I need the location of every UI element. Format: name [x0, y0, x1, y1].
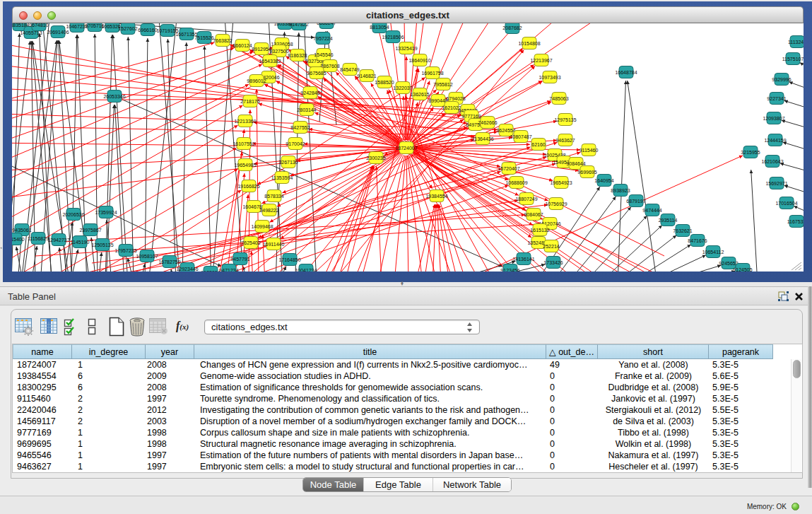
svg-text:17164850: 17164850	[278, 257, 300, 262]
svg-text:8660124: 8660124	[233, 43, 252, 48]
svg-text:7663822: 7663822	[213, 38, 232, 43]
svg-text:3675685: 3675685	[307, 71, 326, 76]
svg-text:2803144: 2803144	[297, 107, 316, 112]
svg-text:12213369: 12213369	[234, 119, 256, 124]
svg-text:19166825: 19166825	[237, 184, 259, 189]
svg-text:26053346: 26053346	[103, 94, 125, 99]
svg-text:14099468: 14099468	[251, 224, 273, 229]
svg-text:10154808: 10154808	[518, 41, 540, 46]
svg-text:9699695: 9699695	[577, 170, 596, 175]
svg-text:1362615: 1362615	[410, 92, 429, 97]
svg-text:8912954: 8912954	[252, 47, 271, 52]
svg-text:19218506: 19218506	[382, 35, 404, 40]
svg-text:10688609: 10688609	[505, 180, 527, 185]
svg-text:2718176: 2718176	[240, 99, 259, 104]
svg-text:1145190: 1145190	[71, 240, 90, 245]
svg-text:9327500: 9327500	[269, 49, 288, 54]
svg-text:7485063: 7485063	[549, 96, 568, 101]
svg-text:9457791: 9457791	[230, 257, 249, 262]
svg-text:8427552: 8427552	[290, 125, 310, 130]
svg-text:9329996: 9329996	[772, 77, 791, 82]
svg-text:21364436: 21364436	[471, 136, 493, 141]
svg-text:9124505: 9124505	[733, 267, 752, 272]
svg-text:16782759: 16782759	[158, 259, 180, 264]
svg-text:2087682: 2087682	[502, 25, 522, 30]
svg-text:8471676: 8471676	[688, 238, 707, 243]
svg-text:9147822: 9147822	[289, 23, 308, 27]
svg-text:12213967: 12213967	[530, 58, 552, 63]
svg-text:15720407: 15720407	[498, 166, 519, 171]
svg-text:11156829: 11156829	[28, 236, 49, 241]
svg-text:3915400: 3915400	[12, 237, 25, 242]
svg-text:9146821: 9146821	[357, 74, 376, 78]
svg-text:7462666: 7462666	[478, 120, 497, 125]
svg-text:8686247: 8686247	[317, 23, 336, 25]
svg-text:12923446: 12923446	[176, 267, 198, 271]
svg-text:19384554: 19384554	[425, 194, 447, 199]
svg-text:12505135: 12505135	[91, 243, 113, 247]
svg-text:9084644: 9084644	[566, 161, 585, 166]
svg-text:18724007: 18724007	[395, 146, 417, 151]
svg-text:9242848: 9242848	[300, 90, 319, 95]
svg-text:9471234: 9471234	[219, 268, 238, 272]
svg-text:9463627: 9463627	[555, 138, 575, 143]
svg-text:16648784: 16648784	[615, 70, 637, 75]
svg-text:16911440: 16911440	[263, 242, 285, 247]
svg-text:17957235: 17957235	[114, 248, 136, 253]
svg-text:23975867: 23975867	[79, 228, 101, 233]
svg-text:18640910: 18640910	[408, 58, 430, 63]
svg-text:10654112: 10654112	[702, 250, 724, 255]
svg-text:6794028: 6794028	[446, 96, 465, 101]
svg-text:8990448: 8990448	[428, 98, 447, 103]
svg-text:10807487: 10807487	[510, 134, 531, 139]
svg-text:9170042: 9170042	[286, 141, 305, 146]
svg-text:15692971: 15692971	[765, 181, 787, 186]
svg-text:8578334: 8578334	[264, 194, 283, 199]
svg-text:10958107: 10958107	[136, 254, 158, 259]
svg-text:9474444: 9474444	[642, 208, 661, 213]
svg-text:19654985: 19654985	[234, 163, 256, 168]
svg-text:10756929: 10756929	[545, 201, 567, 206]
svg-text:6879197: 6879197	[626, 199, 645, 204]
svg-text:6966160: 6966160	[138, 28, 157, 33]
svg-text:62160: 62160	[531, 142, 546, 147]
svg-text:7955812: 7955812	[433, 82, 452, 87]
svg-text:11575107: 11575107	[782, 57, 804, 62]
svg-text:8938923: 8938923	[611, 188, 630, 193]
svg-text:10973493: 10973493	[539, 75, 560, 80]
svg-text:20691406: 20691406	[47, 30, 69, 35]
svg-text:12444159: 12444159	[764, 138, 786, 143]
svg-text:3215955: 3215955	[741, 150, 760, 155]
svg-text:17359924: 17359924	[95, 210, 117, 215]
svg-text:19654923: 19654923	[550, 180, 572, 185]
svg-text:9896012: 9896012	[247, 78, 266, 83]
svg-text:2867608: 2867608	[320, 64, 339, 69]
svg-text:11353594: 11353594	[271, 175, 293, 180]
svg-text:1527602: 1527602	[118, 26, 137, 31]
svg-text:1588520: 1588520	[375, 80, 394, 85]
svg-text:9115460: 9115460	[579, 148, 599, 153]
svg-text:12942737: 12942737	[47, 238, 69, 243]
svg-text:9227341: 9227341	[767, 96, 786, 101]
svg-text:7632621: 7632621	[673, 228, 692, 233]
svg-text:16543382: 16543382	[259, 59, 281, 64]
svg-text:8454749: 8454749	[340, 67, 359, 72]
svg-text:18807249: 18807249	[515, 197, 537, 201]
svg-text:14136141: 14136141	[512, 257, 534, 262]
svg-text:7515526: 7515526	[194, 35, 213, 40]
svg-text:2300235: 2300235	[366, 156, 385, 160]
svg-text:8186328: 8186328	[288, 53, 307, 58]
svg-text:9674810: 9674810	[29, 23, 48, 28]
svg-text:1545546: 1545546	[314, 52, 333, 57]
svg-text:9123004: 9123004	[201, 270, 220, 272]
svg-text:9245652: 9245652	[719, 261, 738, 266]
svg-text:3498222: 3498222	[259, 208, 278, 213]
svg-text:1615132: 1615132	[530, 228, 549, 233]
svg-text:1640954: 1640954	[594, 178, 613, 183]
svg-text:1322037: 1322037	[393, 86, 412, 90]
svg-text:12093807: 12093807	[763, 116, 784, 121]
svg-text:8813054: 8813054	[370, 25, 389, 30]
svg-text:3267130: 3267130	[278, 160, 298, 165]
svg-text:3624554: 3624554	[496, 128, 515, 133]
svg-text:252214: 252214	[543, 244, 559, 249]
